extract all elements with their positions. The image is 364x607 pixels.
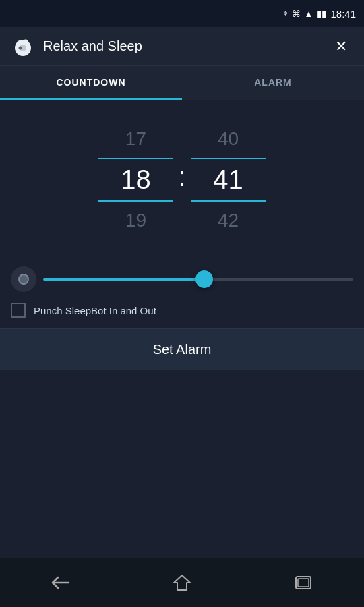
volume-slider-container xyxy=(0,266,364,292)
hours-next: 19 xyxy=(125,202,146,239)
minutes-next: 42 xyxy=(218,202,239,239)
volume-icon xyxy=(11,266,36,292)
back-button[interactable] xyxy=(40,569,81,596)
title-bar: Relax and Sleep ✕ xyxy=(0,27,364,66)
bottom-nav xyxy=(0,558,364,607)
svg-point-4 xyxy=(19,46,22,49)
svg-rect-7 xyxy=(298,579,309,587)
signal-icon: ▲ xyxy=(305,9,313,19)
slider-track-wrapper[interactable] xyxy=(43,266,353,292)
checkbox-row[interactable]: Punch SleepBot In and Out xyxy=(0,292,364,328)
sleepbot-checkbox[interactable] xyxy=(11,303,26,318)
time-separator: : xyxy=(178,162,185,192)
status-time: 18:41 xyxy=(330,8,356,20)
home-icon xyxy=(173,574,191,591)
app-title: Relax and Sleep xyxy=(43,38,329,54)
hours-current: 18 xyxy=(98,158,173,202)
svg-point-2 xyxy=(23,39,28,44)
app-icon xyxy=(11,34,35,59)
status-icons: ⌖ ⌘ ▲ ▮▮ 18:41 xyxy=(283,8,356,20)
minutes-prev: 40 xyxy=(218,120,239,158)
hours-column[interactable]: 17 18 19 xyxy=(98,120,173,239)
tab-countdown[interactable]: COUNTDOWN xyxy=(0,66,182,100)
volume-icon-inner xyxy=(18,274,29,285)
hours-prev: 17 xyxy=(125,120,146,158)
main-content: 17 18 19 : 40 41 42 Punch SleepBot In an… xyxy=(0,100,364,558)
close-button[interactable]: ✕ xyxy=(329,34,353,59)
battery-icon: ▮▮ xyxy=(317,9,326,19)
set-alarm-button[interactable]: Set Alarm xyxy=(0,328,364,370)
svg-marker-5 xyxy=(174,575,190,590)
minutes-current: 41 xyxy=(191,158,266,202)
tab-alarm[interactable]: ALARM xyxy=(182,66,364,100)
home-button[interactable] xyxy=(162,569,202,596)
back-icon xyxy=(51,576,70,589)
wifi-icon: ⌘ xyxy=(292,9,301,19)
checkbox-label: Punch SleepBot In and Out xyxy=(34,305,156,316)
recent-button[interactable] xyxy=(283,569,324,596)
status-bar: ⌖ ⌘ ▲ ▮▮ 18:41 xyxy=(0,0,364,27)
time-picker: 17 18 19 : 40 41 42 xyxy=(98,120,265,239)
tabs-container: COUNTDOWN ALARM xyxy=(0,66,364,100)
minutes-column[interactable]: 40 41 42 xyxy=(191,120,266,239)
bluetooth-icon: ⌖ xyxy=(283,8,288,19)
recent-icon xyxy=(295,575,312,590)
